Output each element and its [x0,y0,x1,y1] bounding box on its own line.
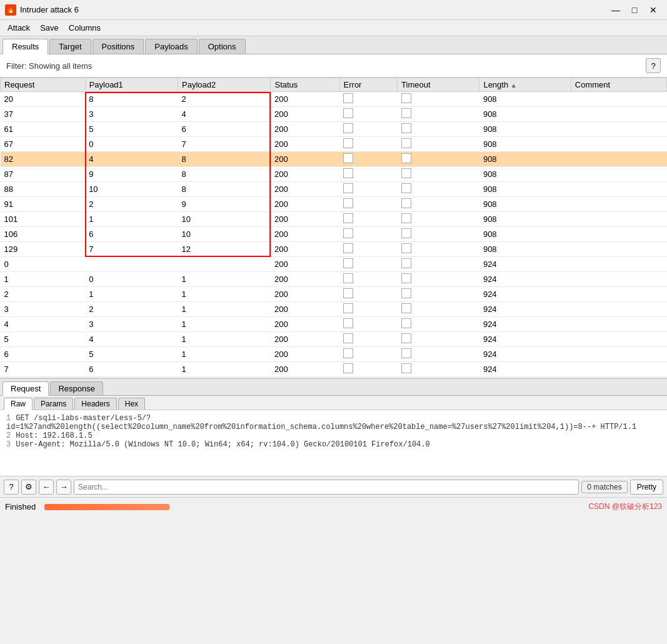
inner-tab-headers[interactable]: Headers [74,398,116,410]
status-text: Finished [5,502,36,511]
tab-results[interactable]: Results [3,39,48,54]
table-row[interactable]: 101110200908 [1,212,667,227]
table-row[interactable]: 129712200908 [1,242,667,257]
window-controls: — □ ✕ [607,3,662,17]
pretty-button[interactable]: Pretty [630,480,663,495]
tab-target[interactable]: Target [49,39,91,54]
inner-tab-hex[interactable]: Hex [118,398,145,410]
table-row[interactable]: 9129200908 [1,197,667,212]
inner-tab-params[interactable]: Params [34,398,73,410]
sort-icon: ▲ [511,82,517,89]
titlebar: 🔥 Intruder attack 6 — □ ✕ [0,0,667,20]
table-row[interactable]: 88108200908 [1,182,667,197]
back-button[interactable]: ← [39,480,54,495]
table-row[interactable]: 6156200908 [1,122,667,137]
results-table: Request Payload1 Payload2 Status Error T… [0,78,667,378]
table-row[interactable]: 2082200908 [1,92,667,107]
table-row[interactable]: 211200924 [1,287,667,302]
table-row[interactable]: 106610200908 [1,227,667,242]
table-row[interactable]: 321200924 [1,302,667,317]
maximize-button[interactable]: □ [626,3,643,17]
menubar: Attack Save Columns [0,20,667,36]
main-tabs: Results Target Positions Payloads Option… [0,36,667,54]
table-row[interactable]: 8798200908 [1,167,667,182]
menu-columns[interactable]: Columns [64,22,106,34]
table-row[interactable]: 871200924 [1,377,667,378]
close-button[interactable]: ✕ [644,3,662,17]
forward-button[interactable]: → [56,480,71,495]
filter-text: Filter: Showing all items [6,61,92,71]
tab-positions[interactable]: Positions [93,39,144,54]
inner-tab-raw[interactable]: Raw [4,398,33,410]
search-input[interactable] [74,480,579,495]
statusbar: Finished CSDN @软破分析123 [0,497,667,516]
table-row[interactable]: 761200924 [1,362,667,377]
sub-tabs: Request Response [0,379,667,396]
minimize-button[interactable]: — [607,3,624,17]
table-row[interactable]: 8248200908 [1,152,667,167]
col-request[interactable]: Request [1,78,86,92]
col-payload2[interactable]: Payload2 [178,78,271,92]
question-button[interactable]: ? [4,480,19,495]
filterbar: Filter: Showing all items ? [0,54,667,78]
col-payload1[interactable]: Payload1 [85,78,178,92]
col-comment[interactable]: Comment [571,78,666,92]
tab-payloads[interactable]: Payloads [145,39,197,54]
tab-options[interactable]: Options [199,39,246,54]
settings-button[interactable]: ⚙ [21,480,36,495]
app-icon: 🔥 [5,4,16,16]
inner-tabs: Raw Params Headers Hex [0,396,667,410]
request-content: 1GET /sqli-labs-master/Less-5/?id=1%27an… [0,410,667,476]
table-row[interactable]: 541200924 [1,332,667,347]
col-status[interactable]: Status [271,78,339,92]
menu-save[interactable]: Save [35,22,64,34]
table-row[interactable]: 101200924 [1,272,667,287]
col-length[interactable]: Length ▲ [479,78,571,92]
watermark: CSDN @软破分析123 [588,501,662,512]
menu-attack[interactable]: Attack [3,22,35,34]
sub-tab-request[interactable]: Request [3,381,49,396]
table-row[interactable]: 0200924 [1,257,667,272]
matches-badge: 0 matches [581,481,627,493]
bottom-toolbar: ? ⚙ ← → 0 matches Pretty [0,476,667,497]
bottom-panel: Request Response Raw Params Headers Hex … [0,378,667,476]
table-row[interactable]: 6707200908 [1,137,667,152]
help-button[interactable]: ? [646,58,661,73]
table-row[interactable]: 3734200908 [1,107,667,122]
col-error[interactable]: Error [339,78,398,92]
table-row[interactable]: 651200924 [1,347,667,362]
col-timeout[interactable]: Timeout [398,78,479,92]
table-row[interactable]: 431200924 [1,317,667,332]
results-table-container[interactable]: Request Payload1 Payload2 Status Error T… [0,78,667,378]
sub-tab-response[interactable]: Response [50,381,103,395]
window-title: Intruder attack 6 [20,5,607,14]
